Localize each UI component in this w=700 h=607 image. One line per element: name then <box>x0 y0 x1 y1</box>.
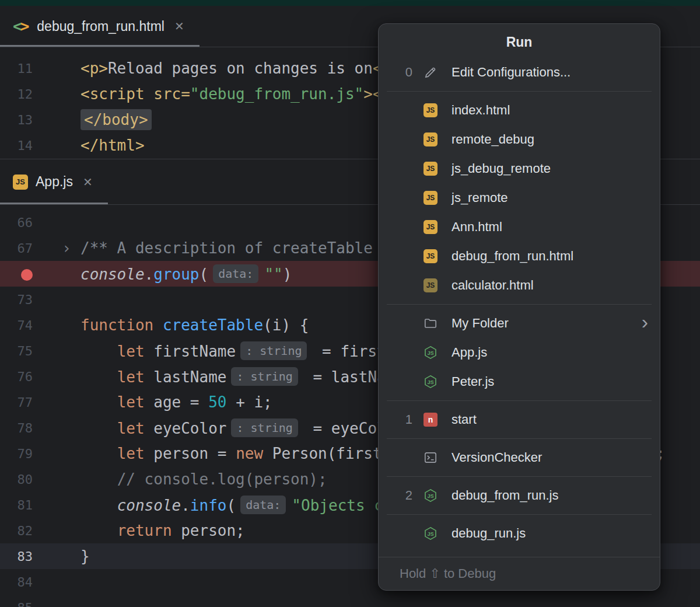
divider <box>387 438 652 439</box>
run-item-label: remote_debug <box>452 132 534 147</box>
run-item-label: debug_from_run.js <box>452 488 558 503</box>
run-item-debug-run-js[interactable]: JSdebug_run.js <box>379 519 660 548</box>
js-file-dim-icon: JS <box>422 278 439 292</box>
code-text: // console.log(person); <box>80 470 327 488</box>
run-item-label: Peter.js <box>452 374 494 389</box>
run-item-label: index.html <box>452 103 510 118</box>
line-number[interactable]: 66 <box>0 215 33 230</box>
line-number[interactable]: 84 <box>0 575 33 589</box>
divider <box>387 91 652 92</box>
js-file-icon: JS <box>422 162 439 176</box>
folder-icon <box>422 316 439 331</box>
code-text: function createTable(i) { <box>80 316 309 334</box>
run-item-label: calculator.html <box>452 278 534 293</box>
run-item-debug-from-run-html[interactable]: JSdebug_from_run.html <box>379 242 660 271</box>
code-text: } <box>80 547 90 565</box>
titlebar-strip <box>0 0 700 6</box>
line-number[interactable]: 75 <box>0 344 33 358</box>
run-item-label: Edit Configurations... <box>452 65 570 80</box>
chevron-right-icon: › <box>642 312 648 332</box>
run-item-index-html[interactable]: JSindex.html <box>379 96 660 125</box>
run-item-remote-debug[interactable]: JSremote_debug <box>379 125 660 154</box>
run-item-debug-from-run-js[interactable]: 2JSdebug_from_run.js <box>379 481 660 510</box>
line-number[interactable]: 81 <box>0 498 33 512</box>
line-number[interactable]: 80 <box>0 472 33 487</box>
svg-text:JS: JS <box>427 531 433 537</box>
run-item-app-js[interactable]: JSApp.js <box>379 338 660 367</box>
html-file-icon: <> <box>13 18 29 35</box>
nodejs-icon: JS <box>422 526 439 541</box>
run-item-label: start <box>452 412 477 427</box>
run-item-ann-html[interactable]: JSAnn.html <box>379 212 660 242</box>
gutter: › <box>33 240 80 256</box>
run-item-peter-js[interactable]: JSPeter.js <box>379 367 660 396</box>
code-line[interactable]: 85 <box>0 595 700 607</box>
line-number[interactable]: 12 <box>0 87 33 102</box>
run-item-js-debug-remote[interactable]: JSjs_debug_remote <box>379 154 660 183</box>
run-popup: Run 0Edit Configurations...JSindex.htmlJ… <box>378 23 660 591</box>
close-icon[interactable]: ✕ <box>174 19 184 33</box>
run-item-calculator-html[interactable]: JScalculator.html <box>379 271 660 300</box>
run-item-start[interactable]: 1nstart <box>379 405 660 434</box>
run-item-label: js_remote <box>452 190 508 205</box>
svg-text:JS: JS <box>427 493 433 499</box>
code-text: /** A description of createTable */ <box>80 239 400 257</box>
line-number[interactable] <box>0 267 33 281</box>
line-number[interactable]: 13 <box>0 113 33 127</box>
code-text: return person; <box>80 522 245 539</box>
line-number[interactable]: 78 <box>0 421 33 435</box>
line-number[interactable]: 14 <box>0 138 33 153</box>
close-icon[interactable]: ✕ <box>83 175 93 189</box>
line-number[interactable]: 77 <box>0 395 33 410</box>
popup-title: Run <box>379 24 660 58</box>
terminal-icon <box>422 450 439 465</box>
run-item-my-folder[interactable]: My Folder› <box>379 309 660 338</box>
tab-title: App.js <box>36 174 73 190</box>
js-file-icon: JS <box>13 175 28 190</box>
item-number-badge: 2 <box>379 488 412 503</box>
js-file-icon: JS <box>422 220 439 234</box>
line-number[interactable]: 83 <box>0 549 33 564</box>
svg-text:JS: JS <box>427 350 433 356</box>
run-item-label: Ann.html <box>452 219 502 235</box>
line-number[interactable]: 74 <box>0 318 33 333</box>
divider <box>387 514 652 515</box>
run-item-js-remote[interactable]: JSjs_remote <box>379 183 660 212</box>
js-file-icon: JS <box>422 132 439 146</box>
divider <box>387 476 652 477</box>
tab-app-js[interactable]: JS App.js ✕ <box>0 159 108 204</box>
line-number[interactable]: 79 <box>0 446 33 461</box>
js-file-icon: JS <box>422 191 439 205</box>
line-number[interactable]: 76 <box>0 369 33 384</box>
line-number[interactable]: 11 <box>0 61 33 76</box>
code-text: </body> <box>80 111 152 128</box>
run-configurations-list: 0Edit Configurations...JSindex.htmlJSrem… <box>379 58 660 557</box>
code-text: </html> <box>80 137 145 154</box>
run-item-edit-configurations[interactable]: 0Edit Configurations... <box>379 58 660 87</box>
active-tab-underline <box>0 203 108 204</box>
active-tab-underline <box>0 45 200 47</box>
breakpoint-icon[interactable] <box>21 269 33 281</box>
inline-hint-chip: data: <box>240 496 286 514</box>
js-file-icon: JS <box>422 249 439 263</box>
line-number[interactable]: 82 <box>0 524 33 538</box>
code-text: console.group(data:"") <box>80 264 292 283</box>
nodejs-icon: JS <box>422 374 439 389</box>
run-item-label: debug_run.js <box>452 526 526 541</box>
js-file-icon: JS <box>422 103 439 117</box>
line-number[interactable]: 85 <box>0 601 33 607</box>
run-item-versionchecker[interactable]: VersionChecker <box>379 443 660 472</box>
inline-hint-chip: : string <box>231 418 298 437</box>
line-number[interactable]: 67 <box>0 241 33 256</box>
inline-hint-chip: : string <box>240 341 307 360</box>
fold-arrow-icon[interactable]: › <box>62 240 71 256</box>
divider <box>387 400 652 401</box>
npm-icon: n <box>422 413 439 427</box>
ide-window: <> debug_from_run.html ✕ 11<p>Reload pag… <box>0 0 700 607</box>
code-text: let eyeColor: string = eyeColor; <box>80 418 414 437</box>
line-number[interactable]: 73 <box>0 292 33 307</box>
run-item-label: My Folder <box>452 316 509 331</box>
popup-footer: Hold ⇧ to Debug <box>379 557 660 590</box>
tab-debug-from-run-html[interactable]: <> debug_from_run.html ✕ <box>0 6 200 47</box>
inline-hint-chip: data: <box>213 264 258 283</box>
